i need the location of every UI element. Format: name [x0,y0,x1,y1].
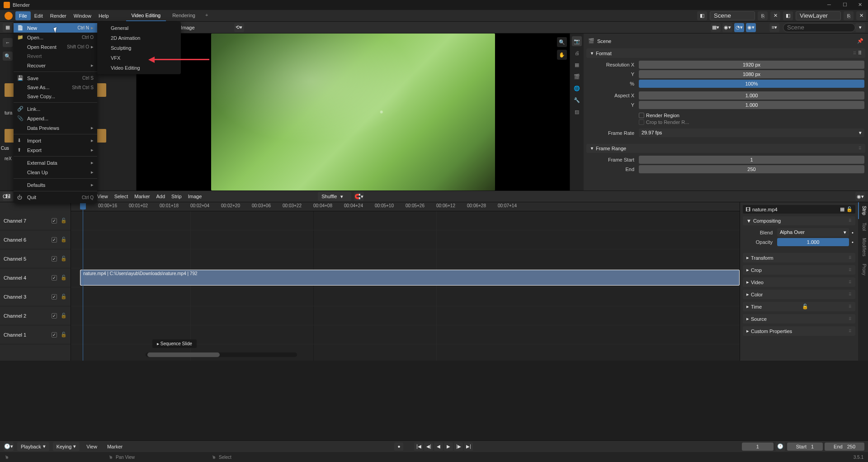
frame-start-field[interactable]: 1 [639,156,864,164]
shading-mode-icon[interactable]: ◉▾ [746,23,756,32]
new-2d-animation[interactable]: 2D Animation [97,33,181,43]
playback-dropdown[interactable]: Playback▾ [17,442,49,451]
channel-lock-icon[interactable]: 🔓 [61,332,67,338]
crop-render-checkbox[interactable] [639,119,644,125]
file-menu-save-copy[interactable]: Save Copy... [14,92,97,101]
channel-lock-icon[interactable]: 🔓 [61,313,67,319]
start-frame-field[interactable]: Start1 [787,443,823,451]
seq-menu-add[interactable]: Add [153,192,168,200]
keying-dropdown[interactable]: Keying▾ [53,442,80,451]
viewlayer-tab-icon[interactable]: ▦ [572,60,582,70]
scene-new-button[interactable]: ⎘ [758,11,768,20]
channel-mute-checkbox[interactable]: ✓ [52,275,57,281]
res-x-field[interactable]: 1920 px [639,61,864,69]
strip-lock-icon[interactable]: 🔓 [846,206,853,212]
overlay-toggle-icon[interactable]: ◉▾ [722,23,732,32]
channel-lock-icon[interactable]: 🔓 [61,237,67,243]
time-panel-header[interactable]: ▸Time🔓⠿ [743,302,855,311]
filebrowser-editor-icon[interactable]: ▦ [3,23,13,32]
jump-end-button[interactable]: ▶| [464,443,473,451]
strip-name-field[interactable]: nature.mp4 [752,207,838,212]
channel-lock-icon[interactable]: 🔓 [61,294,67,300]
file-menu-defaults[interactable]: Defaults▸ [14,180,97,190]
menu-render[interactable]: Render [47,11,70,20]
frame-end-field[interactable]: 250 [639,165,864,173]
zoom-icon[interactable]: 🔍 [557,37,567,47]
autokey-toggle[interactable]: ● [394,443,403,451]
menu-help[interactable]: Help [95,11,113,20]
viewlayer-name-field[interactable] [796,11,841,20]
file-menu-data-previews[interactable]: Data Previews▸ [14,123,97,133]
source-panel-header[interactable]: ▸Source⠿ [743,314,855,324]
channel-mute-checkbox[interactable]: ✓ [52,332,57,338]
blender-logo-icon[interactable] [5,12,13,20]
file-menu-open-recent[interactable]: Open RecentShift Ctrl O▸ [14,42,97,52]
file-menu-clean-up[interactable]: Clean Up▸ [14,167,97,177]
viewlayer-browse-icon[interactable]: ◧ [783,11,793,20]
file-menu-save-as[interactable]: Save As...Shift Ctrl S [14,83,97,92]
file-menu-link[interactable]: 🔗Link... [14,104,97,114]
opacity-field[interactable]: 1.000 [777,238,849,246]
strip-mute-icon[interactable]: ▦ [840,206,844,212]
framerate-dropdown[interactable]: 29.97 fps▾ [639,129,864,137]
res-pct-field[interactable]: 100% [639,80,864,88]
video-panel-header[interactable]: ▸Video⠿ [743,277,855,287]
aspect-x-field[interactable]: 1.000 [639,91,864,100]
output-tab-icon[interactable]: 🖨 [572,48,582,58]
file-menu-append[interactable]: 📎Append... [14,114,97,123]
scene-name-field[interactable] [710,11,755,20]
color-panel-header[interactable]: ▸Color⠿ [743,290,855,299]
viewlayer-new-button[interactable]: ⎘ [844,11,854,20]
jump-next-keyframe-button[interactable]: |▶ [454,443,463,451]
proportional-edit-icon[interactable]: ◔▾ [734,23,744,32]
workspace-add-button[interactable]: + [202,10,212,21]
play-button[interactable]: ▶ [444,443,453,451]
current-frame-field[interactable]: 1 [742,443,774,451]
channel-lock-icon[interactable]: 🔓 [61,256,67,262]
timeline-scrollbar[interactable] [146,352,297,357]
channel-mute-checkbox[interactable]: ✓ [52,237,57,243]
file-menu-recover[interactable]: Recover▸ [14,61,97,70]
scene-browse-icon[interactable]: ◧ [697,11,707,20]
tool-tab-icon[interactable]: 🔧 [572,95,582,105]
pan-icon[interactable]: ✋ [557,50,567,60]
gizmo-toggle-icon[interactable]: ▦▾ [711,23,721,32]
timeline-menu-marker[interactable]: Marker [104,443,126,451]
file-menu-quit[interactable]: ⏻QuitCtrl Q [14,193,97,202]
scene-tab-icon[interactable]: 🎬 [572,71,582,81]
seq-menu-strip[interactable]: Strip [168,192,185,200]
overlap-mode-dropdown[interactable]: Shuffle▾ [318,192,351,201]
aspect-y-field[interactable]: 1.000 [639,101,864,109]
seq-menu-select[interactable]: Select [111,192,132,200]
jump-start-button[interactable]: |◀ [414,443,423,451]
seq-menu-marker[interactable]: Marker [131,192,153,200]
scene-delete-button[interactable]: ✕ [770,11,780,20]
new-video-editing[interactable]: Video Editing [97,63,181,73]
menu-edit[interactable]: Edit [31,11,47,20]
seq-overlay-icon[interactable]: ◉▾ [855,192,865,201]
popout-icon[interactable]: ⠿ [858,50,862,56]
strip-tab[interactable]: Strip [858,202,868,219]
maximize-button[interactable]: ☐ [843,2,849,8]
proxy-tab[interactable]: Proxy [858,260,868,279]
minimize-button[interactable]: ─ [827,2,834,8]
props-display-icon[interactable]: ≡▾ [769,23,779,32]
channel-mute-checkbox[interactable]: ✓ [52,218,57,224]
pin-icon[interactable]: 📌 [857,38,863,44]
jump-prev-keyframe-button[interactable]: ◀| [424,443,433,451]
transform-panel-header[interactable]: ▸Transform⠿ [743,253,855,262]
blend-dropdown[interactable]: Alpha Over▾ [777,228,849,237]
snap-toggle-icon[interactable]: 🧲▾ [354,192,364,201]
viewlayer-delete-button[interactable]: ✕ [856,11,866,20]
scrollbar-thumb[interactable] [147,352,220,357]
tool-tab[interactable]: Tool [858,219,868,234]
format-panel-header[interactable]: ▼Format ⠿ ⠿ [586,48,865,58]
world-tab-icon[interactable]: 🌐 [572,83,582,93]
playhead[interactable] [83,202,83,361]
texture-tab-icon[interactable]: ▨ [572,107,582,117]
channel-mute-checkbox[interactable]: ✓ [52,294,57,300]
seq-menu-image[interactable]: Image [185,192,205,200]
res-y-field[interactable]: 1080 px [639,70,864,78]
timeline-menu-view[interactable]: View [83,443,100,451]
render-tab-icon[interactable]: 📷 [572,36,582,46]
